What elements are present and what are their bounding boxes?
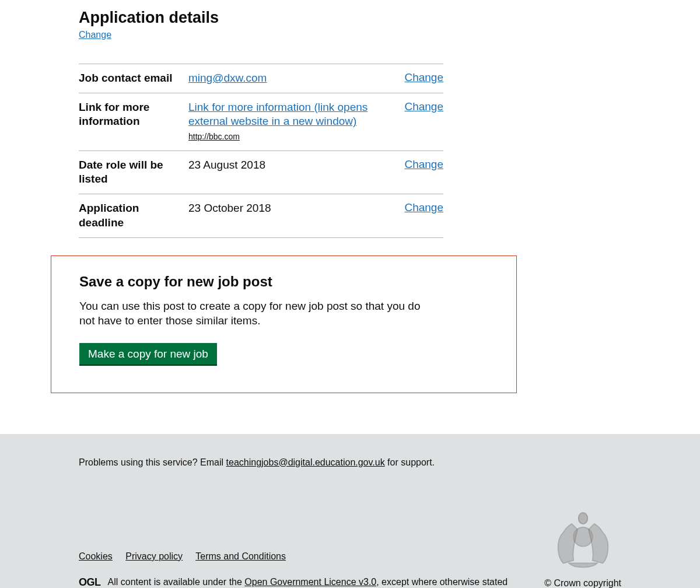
application-details-heading: Application details	[79, 9, 621, 27]
change-link[interactable]: Change	[404, 71, 443, 83]
cookies-link[interactable]: Cookies	[79, 551, 113, 561]
more-info-url[interactable]: http://bbc.com	[188, 131, 240, 142]
row-application-deadline: Application deadline 23 October 2018 Cha…	[79, 194, 443, 237]
svg-point-1	[578, 513, 587, 524]
footer: Problems using this service? Email teach…	[0, 434, 700, 588]
make-copy-button[interactable]: Make a copy for new job	[79, 343, 217, 365]
application-details-list: Job contact email ming@dxw.com Change Li…	[79, 64, 443, 238]
terms-link[interactable]: Terms and Conditions	[195, 551, 286, 561]
footer-support-text: Problems using this service? Email teach…	[79, 457, 621, 468]
more-info-link[interactable]: Link for more information (link opens ex…	[188, 101, 368, 128]
licence-link[interactable]: Open Government Licence v3.0	[244, 577, 376, 587]
privacy-link[interactable]: Privacy policy	[125, 551, 183, 561]
support-prefix: Problems using this service? Email	[79, 457, 226, 467]
footer-links: Cookies Privacy policy Terms and Conditi…	[79, 551, 544, 562]
support-suffix: for support.	[385, 457, 435, 467]
save-copy-box: Save a copy for new job post You can use…	[51, 256, 517, 393]
row-job-contact-email: Job contact email ming@dxw.com Change	[79, 64, 443, 93]
licence-row: OGL All content is available under the O…	[79, 576, 544, 588]
crown-copyright-link[interactable]: © Crown copyright	[544, 578, 621, 588]
row-date-listed: Date role will be listed 23 August 2018 …	[79, 151, 443, 194]
change-link[interactable]: Change	[404, 100, 443, 113]
change-link[interactable]: Change	[404, 158, 443, 170]
row-value: Link for more information (link opens ex…	[188, 100, 404, 144]
row-key: Application deadline	[79, 201, 188, 230]
job-contact-email-link[interactable]: ming@dxw.com	[188, 72, 267, 84]
row-value: 23 October 2018	[188, 201, 404, 230]
licence-prefix: All content is available under the	[108, 577, 245, 587]
ogl-icon: OGL	[79, 576, 101, 588]
row-link-more-info: Link for more information Link for more …	[79, 93, 443, 151]
save-copy-heading: Save a copy for new job post	[79, 274, 488, 290]
licence-suffix: , except where otherwise stated	[376, 577, 508, 587]
row-key: Link for more information	[79, 100, 188, 144]
support-email-link[interactable]: teachingjobs@digital.education.gov.uk	[226, 457, 385, 467]
save-copy-text: You can use this post to create a copy f…	[79, 299, 424, 328]
crown-copyright-icon	[547, 509, 620, 573]
change-section-link[interactable]: Change	[79, 30, 111, 40]
row-key: Job contact email	[79, 71, 188, 86]
change-link[interactable]: Change	[404, 201, 443, 214]
row-key: Date role will be listed	[79, 158, 188, 187]
row-value: ming@dxw.com	[188, 71, 404, 86]
row-value: 23 August 2018	[188, 158, 404, 187]
